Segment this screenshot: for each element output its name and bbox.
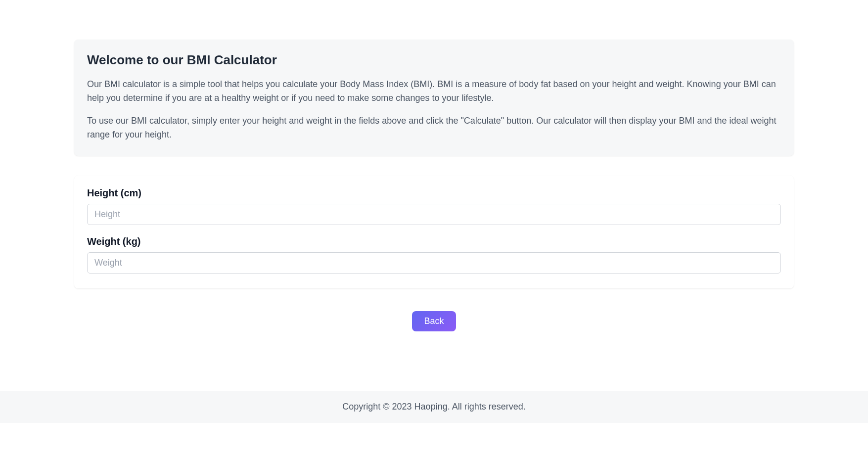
footer: Copyright © 2023 Haoping. All rights res… bbox=[0, 391, 868, 423]
height-field-group: Height (cm) bbox=[87, 187, 781, 225]
button-row: Back bbox=[74, 311, 794, 331]
intro-card: Welcome to our BMI Calculator Our BMI ca… bbox=[74, 40, 794, 156]
weight-input[interactable] bbox=[87, 252, 781, 274]
page-title: Welcome to our BMI Calculator bbox=[87, 52, 781, 68]
height-label: Height (cm) bbox=[87, 187, 781, 199]
intro-paragraph-2: To use our BMI calculator, simply enter … bbox=[87, 114, 781, 142]
back-button[interactable]: Back bbox=[412, 311, 456, 331]
weight-label: Weight (kg) bbox=[87, 236, 781, 247]
footer-copyright: Copyright © 2023 Haoping. All rights res… bbox=[0, 402, 868, 412]
intro-paragraph-1: Our BMI calculator is a simple tool that… bbox=[87, 78, 781, 105]
weight-field-group: Weight (kg) bbox=[87, 236, 781, 274]
form-card: Height (cm) Weight (kg) bbox=[74, 176, 794, 288]
height-input[interactable] bbox=[87, 204, 781, 225]
